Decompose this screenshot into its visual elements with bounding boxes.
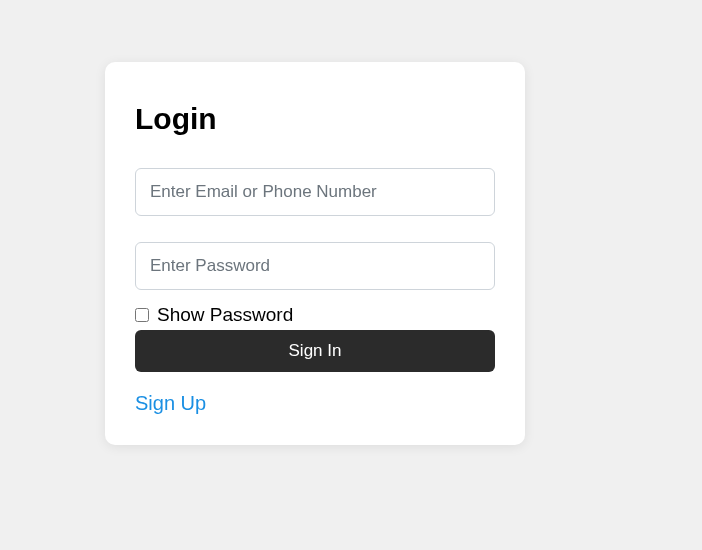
show-password-row: Show Password — [135, 304, 495, 326]
login-title: Login — [135, 102, 495, 136]
signin-button[interactable]: Sign In — [135, 330, 495, 372]
login-card: Login Show Password Sign In Sign Up — [105, 62, 525, 445]
signup-link[interactable]: Sign Up — [135, 392, 206, 414]
show-password-label: Show Password — [157, 304, 293, 326]
show-password-checkbox[interactable] — [135, 308, 149, 322]
password-input[interactable] — [135, 242, 495, 290]
email-or-phone-input[interactable] — [135, 168, 495, 216]
